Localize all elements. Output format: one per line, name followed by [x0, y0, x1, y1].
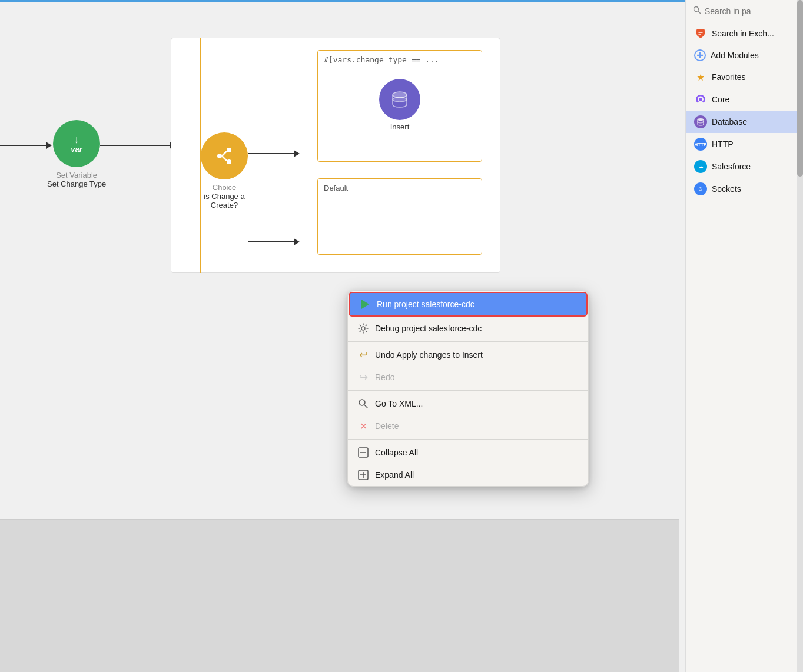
menu-item-goto-xml-label: Go To XML... — [375, 399, 423, 408]
core-logo-icon — [695, 94, 706, 105]
scrollbar-track[interactable] — [797, 0, 803, 672]
choice-icon — [214, 145, 235, 167]
var-to-choice-arrow — [100, 145, 171, 146]
debug-gear-icon — [358, 323, 369, 334]
sidebar-item-search-exchange-label: Search in Exch... — [712, 29, 774, 38]
sidebar-search-icon — [693, 6, 701, 16]
svg-line-3 — [222, 151, 227, 156]
separator-3 — [348, 439, 588, 440]
insert-label: Insert — [390, 122, 410, 131]
left-arrow-connector — [0, 145, 47, 146]
sidebar-item-favorites-label: Favorites — [712, 72, 746, 82]
sockets-icon: ⊙ — [694, 182, 707, 195]
menu-item-debug[interactable]: Debug project salesforce-cdc — [348, 317, 588, 340]
sidebar-item-sockets[interactable]: ⊙ Sockets — [686, 178, 803, 200]
exchange-icon — [694, 27, 707, 40]
menu-item-collapse-label: Collapse All — [375, 448, 418, 457]
sidebar-item-http[interactable]: HTTP HTTP — [686, 133, 803, 155]
main-canvas: ↓var Set Variable Set Change Type — [0, 0, 685, 672]
sidebar-item-salesforce-label: Salesforce — [712, 162, 751, 171]
database-icon — [390, 89, 410, 109]
choice-to-true-arrow — [248, 153, 295, 154]
canvas-bottom-area — [0, 519, 679, 672]
sidebar-item-database-label: Database — [712, 117, 747, 127]
separator-2 — [348, 390, 588, 391]
svg-point-17 — [699, 98, 702, 101]
delete-icon: ✕ — [357, 420, 369, 432]
play-triangle-icon — [361, 300, 369, 309]
menu-item-undo-label: Undo Apply changes to Insert — [375, 350, 483, 360]
sidebar-item-add-modules[interactable]: + Add Modules — [686, 45, 803, 66]
menu-item-expand-all[interactable]: Expand All — [348, 464, 588, 486]
sidebar-item-sockets-label: Sockets — [712, 184, 741, 194]
svg-point-7 — [361, 327, 365, 330]
scrollbar-thumb[interactable] — [797, 0, 803, 177]
top-border — [0, 0, 685, 2]
menu-item-redo-label: Redo — [375, 372, 394, 382]
search-xml-icon — [358, 398, 369, 409]
separator-1 — [348, 341, 588, 342]
expand-all-icon — [357, 469, 369, 481]
insert-node[interactable]: Insert — [318, 79, 482, 131]
menu-item-run[interactable]: Run project salesforce-cdc — [349, 292, 588, 317]
salesforce-icon: ☁ — [694, 160, 707, 173]
choice-vertical-line — [200, 38, 201, 273]
choice-container: Choice is Change a Create? #[vars.change… — [171, 38, 500, 273]
svg-point-2 — [227, 159, 231, 164]
run-icon — [359, 298, 371, 310]
debug-icon — [357, 322, 369, 334]
svg-point-1 — [227, 148, 231, 152]
sidebar-item-add-modules-label: Add Modules — [711, 51, 759, 60]
http-icon: HTTP — [694, 138, 707, 151]
set-variable-sublabel: Set Variable — [56, 171, 97, 179]
context-menu: Run project salesforce-cdc Debug project… — [347, 291, 589, 487]
sidebar-item-favorites[interactable]: ★ Favorites — [686, 66, 803, 88]
branch-true: #[vars.change_type == ... Insert — [317, 50, 482, 162]
menu-item-collapse-all[interactable]: Collapse All — [348, 441, 588, 464]
menu-item-delete[interactable]: ✕ Delete — [348, 415, 588, 437]
database-sidebar-icon — [694, 115, 707, 128]
expand-icon-svg — [358, 470, 369, 480]
menu-item-redo[interactable]: ↪ Redo — [348, 366, 588, 388]
sidebar-item-database[interactable]: Database — [686, 111, 803, 133]
svg-point-19 — [698, 121, 704, 123]
branch-default: Default — [317, 178, 482, 255]
search-input[interactable] — [705, 6, 796, 16]
choice-circle — [201, 132, 248, 179]
menu-item-debug-label: Debug project salesforce-cdc — [375, 324, 482, 333]
sidebar-item-core[interactable]: Core — [686, 88, 803, 111]
branch-default-label: Default — [318, 179, 482, 197]
search-magnifier-icon — [693, 6, 701, 14]
set-variable-circle: ↓var — [53, 120, 100, 167]
sidebar-search-bar — [686, 0, 803, 22]
sidebar: Search in Exch... + Add Modules ★ Favori… — [685, 0, 803, 672]
collapse-icon-svg — [358, 447, 369, 458]
database-cylinder-icon — [696, 118, 705, 126]
sidebar-item-core-label: Core — [712, 95, 729, 104]
sidebar-item-http-label: HTTP — [712, 139, 734, 149]
sidebar-item-search-exchange[interactable]: Search in Exch... — [686, 22, 803, 45]
branch-condition: #[vars.change_type == ... — [318, 51, 482, 69]
choice-node[interactable]: Choice is Change a Create? — [201, 132, 248, 209]
collapse-all-icon — [357, 447, 369, 458]
goto-xml-icon — [357, 398, 369, 410]
menu-item-expand-label: Expand All — [375, 470, 414, 480]
menu-item-run-label: Run project salesforce-cdc — [377, 300, 474, 309]
svg-point-18 — [698, 118, 704, 121]
menu-item-goto-xml[interactable]: Go To XML... — [348, 392, 588, 415]
exchange-logo-icon — [695, 28, 706, 39]
set-variable-mainlabel: Set Change Type — [47, 179, 106, 188]
svg-line-16 — [698, 11, 701, 14]
svg-point-0 — [217, 154, 222, 158]
favorites-icon: ★ — [694, 71, 707, 84]
svg-line-4 — [222, 156, 227, 161]
svg-line-9 — [364, 405, 367, 408]
canvas-content: ↓var Set Variable Set Change Type — [0, 2, 685, 672]
set-variable-node[interactable]: ↓var Set Variable Set Change Type — [47, 120, 106, 188]
undo-icon: ↩ — [357, 349, 369, 361]
choice-to-default-arrow — [248, 241, 295, 242]
svg-point-6 — [393, 97, 407, 102]
menu-item-undo[interactable]: ↩ Undo Apply changes to Insert — [348, 344, 588, 366]
sidebar-item-salesforce[interactable]: ☁ Salesforce — [686, 155, 803, 178]
choice-sublabel: Choice — [213, 183, 236, 192]
